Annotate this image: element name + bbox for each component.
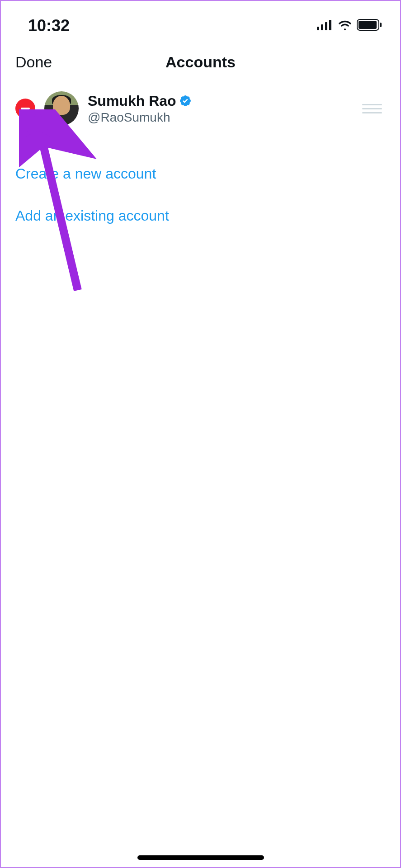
svg-rect-1	[321, 24, 323, 30]
nav-bar: Done Accounts	[1, 42, 400, 82]
verified-badge-icon	[179, 94, 192, 107]
home-indicator[interactable]	[137, 855, 264, 860]
status-bar: 10:32	[1, 1, 400, 42]
page-title: Accounts	[165, 53, 236, 71]
account-display-name: Sumukh Rao	[88, 93, 176, 109]
status-icons	[317, 19, 382, 33]
account-handle: @RaoSumukh	[88, 110, 353, 125]
add-existing-account-link[interactable]: Add an existing account	[1, 195, 400, 237]
drag-handle-icon[interactable]	[362, 104, 386, 113]
done-button[interactable]: Done	[15, 53, 52, 71]
account-info: Sumukh Rao @RaoSumukh	[88, 93, 353, 125]
battery-icon	[357, 19, 382, 33]
avatar[interactable]	[44, 91, 79, 126]
svg-rect-2	[325, 22, 327, 30]
cellular-icon	[317, 19, 333, 32]
minus-icon	[21, 108, 30, 109]
account-row: Sumukh Rao @RaoSumukh	[1, 82, 400, 135]
delete-account-button[interactable]	[15, 99, 35, 118]
svg-rect-6	[380, 23, 382, 27]
create-new-account-link[interactable]: Create a new account	[1, 153, 400, 195]
svg-rect-0	[317, 27, 319, 30]
svg-rect-5	[359, 21, 377, 29]
svg-rect-3	[329, 20, 331, 30]
status-time: 10:32	[28, 16, 70, 35]
wifi-icon	[338, 19, 352, 32]
